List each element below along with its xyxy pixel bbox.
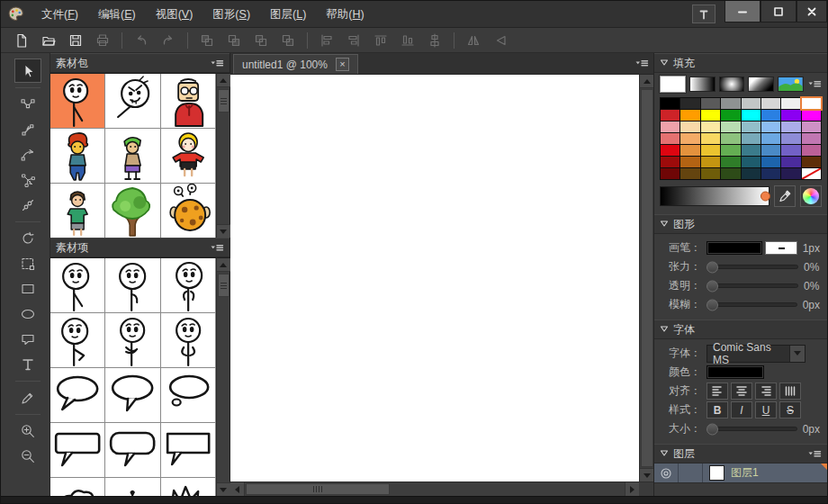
color-swatch[interactable] xyxy=(802,110,821,121)
minimize-button[interactable] xyxy=(724,1,760,22)
color-swatch[interactable] xyxy=(661,110,680,121)
scroll-thumb[interactable] xyxy=(218,89,230,112)
gradient-marker[interactable] xyxy=(760,192,770,202)
bubble-tool-button[interactable] xyxy=(14,327,41,351)
color-swatch[interactable] xyxy=(721,133,740,144)
scroll-down-button[interactable] xyxy=(217,224,230,238)
align-text-justify-button[interactable] xyxy=(779,382,801,400)
color-swatch[interactable] xyxy=(721,168,740,179)
slider-knob[interactable] xyxy=(706,280,718,292)
color-swatch[interactable] xyxy=(701,168,720,179)
scroll-down-button[interactable] xyxy=(217,482,230,496)
layers-menu-icon[interactable] xyxy=(807,449,822,459)
material-thumb-stick-pose-2[interactable] xyxy=(105,258,160,313)
style-s-button[interactable]: S xyxy=(779,401,801,418)
scroll-down-button[interactable] xyxy=(640,468,654,482)
layers-section-header[interactable]: 图层 xyxy=(654,444,827,464)
material-thumb-red-hair-boy[interactable] xyxy=(50,129,105,184)
zoom-in-tool-button[interactable] xyxy=(14,418,41,443)
menu-item-v[interactable]: 视图(V) xyxy=(146,1,203,28)
material-thumb-tree[interactable] xyxy=(105,184,160,238)
open-folder-button[interactable] xyxy=(37,30,60,51)
scroll-thumb[interactable] xyxy=(246,483,390,495)
material-thumb-rage-face[interactable] xyxy=(105,74,160,129)
stroke-style-swatch[interactable] xyxy=(765,241,796,255)
scroll-up-button[interactable] xyxy=(217,74,230,87)
theme-button[interactable] xyxy=(692,4,716,23)
color-swatch[interactable] xyxy=(802,98,821,109)
color-swatch[interactable] xyxy=(761,122,780,132)
material-thumb-office-man[interactable] xyxy=(161,74,216,129)
color-swatch[interactable] xyxy=(742,122,760,132)
material-thumb-burst-bubble[interactable] xyxy=(161,478,216,496)
material-thumb-oval-bubble-tail-left[interactable] xyxy=(50,368,105,423)
scroll-left-button[interactable] xyxy=(230,482,245,496)
material-pack-menu-icon[interactable] xyxy=(210,58,224,68)
material-thumb-stick-pose-5[interactable] xyxy=(105,313,160,368)
color-swatch[interactable] xyxy=(701,145,720,156)
color-swatch[interactable] xyxy=(661,157,680,167)
color-swatch[interactable] xyxy=(781,133,800,144)
color-swatch[interactable] xyxy=(721,110,740,121)
scroll-up-button[interactable] xyxy=(217,258,230,272)
color-swatch-none[interactable] xyxy=(802,168,821,179)
select-tool-button[interactable] xyxy=(14,58,41,83)
line-node-tool-button[interactable] xyxy=(14,117,41,141)
font-family-select[interactable]: Comic Sans MS xyxy=(706,345,806,363)
color-swatch[interactable] xyxy=(781,110,800,121)
color-swatch[interactable] xyxy=(721,98,740,109)
color-swatch[interactable] xyxy=(680,145,699,156)
color-swatch[interactable] xyxy=(742,145,760,156)
maximize-button[interactable] xyxy=(760,1,796,22)
material-thumb-stick-pose-4[interactable] xyxy=(50,313,105,368)
color-wheel-button[interactable] xyxy=(800,185,822,207)
material-thumb-round-rect-bubble[interactable] xyxy=(105,423,160,478)
fill-type-image[interactable] xyxy=(778,76,804,92)
color-swatch[interactable] xyxy=(721,145,740,156)
color-swatch[interactable] xyxy=(742,168,760,179)
color-swatch[interactable] xyxy=(761,110,780,121)
prop-slider[interactable] xyxy=(706,302,797,307)
slider-knob[interactable] xyxy=(706,261,718,273)
color-swatch[interactable] xyxy=(742,133,760,144)
fill-type-solid[interactable] xyxy=(660,76,686,93)
color-swatch[interactable] xyxy=(701,98,720,109)
slider-knob[interactable] xyxy=(706,299,718,310)
save-button[interactable] xyxy=(64,30,87,51)
color-swatch[interactable] xyxy=(802,157,821,167)
scroll-thumb[interactable] xyxy=(641,89,653,467)
material-thumb-thought-bubble[interactable] xyxy=(161,368,216,423)
color-swatch[interactable] xyxy=(761,168,780,179)
node-edit-tool-button[interactable] xyxy=(14,92,41,116)
layer-lock-cell[interactable] xyxy=(679,464,703,482)
color-swatch[interactable] xyxy=(802,122,821,132)
rotate-tool-button[interactable] xyxy=(14,226,41,250)
material-thumb-oval-bubble-tail-center[interactable] xyxy=(105,368,160,423)
color-swatch[interactable] xyxy=(661,133,680,144)
color-swatch[interactable] xyxy=(680,110,699,121)
material-thumb-rect-bubble-tail-left[interactable] xyxy=(50,423,105,478)
ellipse-tool-button[interactable] xyxy=(14,302,41,326)
fill-section-header[interactable]: 填充 xyxy=(654,53,827,73)
color-swatch[interactable] xyxy=(781,145,800,156)
material-items-menu-icon[interactable] xyxy=(210,243,224,253)
material-thumb-rect-bubble-sharp[interactable] xyxy=(161,423,216,478)
tab-close-icon[interactable]: × xyxy=(336,58,349,71)
scroll-up-button[interactable] xyxy=(640,75,654,88)
layer-row[interactable]: 图层1 xyxy=(654,464,827,483)
fill-type-corner[interactable] xyxy=(748,76,774,92)
material-thumb-stick-pose-1[interactable] xyxy=(50,258,105,313)
color-swatch[interactable] xyxy=(761,98,780,109)
style-i-button[interactable]: I xyxy=(731,401,752,418)
color-swatch[interactable] xyxy=(802,133,821,144)
rectangle-tool-button[interactable] xyxy=(14,276,41,301)
color-swatch[interactable] xyxy=(742,157,760,167)
color-swatch[interactable] xyxy=(680,98,699,109)
color-swatch[interactable] xyxy=(661,122,680,132)
align-text-right-button[interactable] xyxy=(755,382,777,400)
color-swatch[interactable] xyxy=(680,168,699,179)
fill-type-radial[interactable] xyxy=(719,76,745,92)
color-swatch[interactable] xyxy=(742,110,760,121)
style-u-button[interactable]: U xyxy=(755,401,777,418)
poly-node-tool-button[interactable] xyxy=(14,167,41,192)
